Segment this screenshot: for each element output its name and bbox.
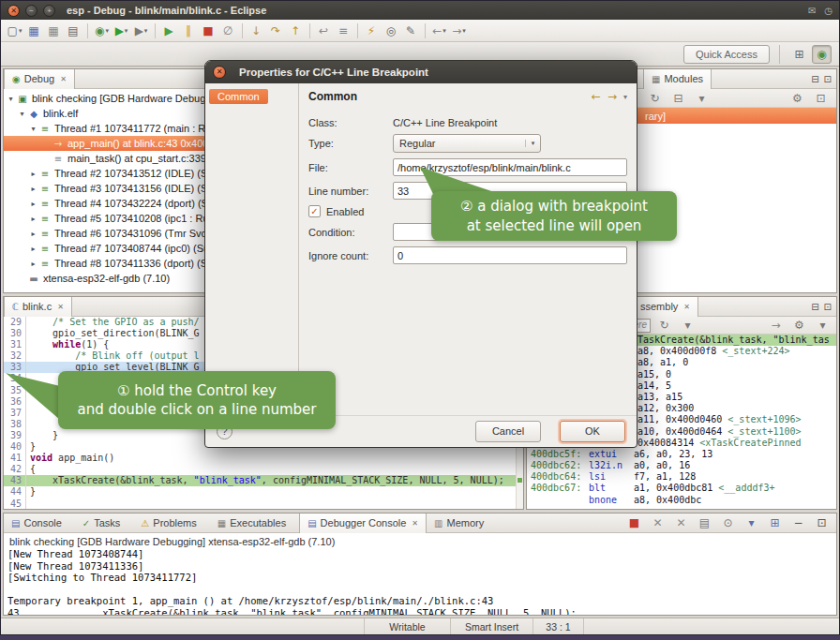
minimize-icon[interactable]: ⊟ [811,74,818,84]
twisty-icon[interactable]: ▾ [28,125,38,133]
disasm-settings-icon[interactable]: ⚙ [789,316,809,335]
code-text[interactable] [26,419,30,429]
instruction-stepping-button[interactable]: ≡ [334,22,353,40]
mail-indicator-icon[interactable]: ✉ [808,6,816,16]
step-over-button[interactable]: ↷ [266,22,286,40]
line-number[interactable]: 29 [4,317,26,328]
line-number[interactable]: 37 [4,408,26,419]
code-text[interactable]: } [26,430,58,440]
tab-disassembly[interactable]: ssembly✕ [632,297,698,317]
twisty-icon[interactable]: ▸ [28,170,38,178]
file-input[interactable] [393,158,627,176]
line-number[interactable]: 40 [4,441,26,453]
drop-to-frame-button[interactable]: ↩ [314,22,334,40]
ok-button[interactable]: OK [560,421,625,442]
close-icon[interactable]: ✕ [57,303,64,311]
window-minimize-button[interactable]: − [25,5,38,17]
window-close-button[interactable]: ✕ [8,5,20,17]
disassembly-row[interactable]: 400dbc62:l32i.na0, a0, 16 [527,460,836,471]
forward-icon[interactable]: → [608,90,617,103]
disassembly-row[interactable]: 400dbc5f:extuia6, a0, 23, 13 [527,449,836,460]
twisty-icon[interactable]: ▸ [28,245,38,253]
quick-access-button[interactable]: Quick Access [683,45,770,64]
line-number[interactable]: 34 [4,373,26,384]
minimize-icon[interactable]: − [788,513,808,532]
chevron-down-icon[interactable]: ▾ [623,93,627,101]
modules-refresh-icon[interactable]: ↻ [645,89,665,108]
edit-button[interactable]: ✎ [401,22,421,40]
resume-button[interactable]: ▶ [159,22,179,40]
twisty-icon[interactable]: ▸ [28,260,38,268]
enabled-checkbox[interactable]: ✓ [308,205,321,217]
display-console-button[interactable]: ▾ [742,513,761,532]
save-button[interactable]: ▦ [24,22,44,40]
line-number[interactable]: 42 [4,464,26,475]
scroll-lock-button[interactable]: ⊙ [718,513,738,532]
code-text[interactable] [26,396,30,407]
minimize-icon[interactable]: ⊟ [811,302,818,312]
open-console-button[interactable]: ⊞ [765,513,785,532]
code-text[interactable]: void app_main() [26,453,114,463]
twisty-icon[interactable]: ▸ [28,230,38,238]
line-number[interactable]: 41 [4,453,26,464]
line-number[interactable]: 33 [4,362,26,373]
line-number[interactable]: 30 [4,328,26,339]
remove-all-launches-button[interactable]: ✕ [671,513,691,532]
twisty-icon[interactable]: ▸ [28,185,38,193]
search-button[interactable]: ◎ [382,22,401,40]
modules-menu-icon[interactable]: ▾ [692,89,712,108]
forward-button[interactable]: →▾ [449,22,469,40]
code-text[interactable]: gpio_set_direction(BLINK_G [26,328,200,338]
new-button[interactable]: ▢▾ [5,22,24,40]
window-maximize-button[interactable]: + [43,5,55,17]
disassembly-row[interactable]: bnonea8, 0x400dbc [527,495,836,506]
modules-collapse-icon[interactable]: ⊟ [668,89,688,108]
code-text[interactable] [26,385,30,395]
close-icon[interactable]: ✕ [60,75,67,83]
tab-blink-c[interactable]: ℂblink.c✕ [4,297,72,317]
back-button[interactable]: ←▾ [429,22,449,40]
sidebar-item-common[interactable]: Common [209,89,268,104]
maximize-icon[interactable]: ⊡ [824,74,832,84]
code-text[interactable] [26,499,30,509]
terminate-button[interactable]: ■ [199,22,218,40]
step-into-button[interactable]: ↓ [247,22,266,40]
debug-button[interactable]: ◉▾ [92,22,112,40]
code-text[interactable] [26,408,30,418]
clear-console-button[interactable]: ▤ [695,513,714,532]
terminate-console-button[interactable]: ■ [624,513,644,532]
disconnect-button[interactable]: ∅ [218,22,238,40]
line-number[interactable]: 44 [4,486,26,498]
disasm-menu-icon[interactable]: ▾ [678,316,698,335]
flash-button[interactable]: ⚡ [362,22,382,40]
line-number[interactable]: 31 [4,339,26,350]
line-number[interactable]: 35 [4,385,26,396]
dialog-titlebar[interactable]: ✕ Properties for C/C++ Line Breakpoint [205,61,637,83]
dialog-close-button[interactable]: ✕ [213,66,226,79]
twisty-icon[interactable]: ▾ [6,95,16,103]
tab-debugger-console[interactable]: ▤Debugger Console✕ [299,513,427,533]
close-icon[interactable]: ✕ [683,303,690,311]
line-number[interactable]: 43 [4,475,26,486]
twisty-icon[interactable]: ▸ [28,200,38,208]
maximize-icon[interactable]: ⊡ [824,302,832,312]
twisty-icon[interactable]: ▾ [17,110,27,118]
code-text[interactable]: /* Set the GPIO as a push/ [26,317,200,327]
disasm-refresh-icon[interactable]: ↻ [654,316,674,335]
code-text[interactable]: } [26,441,36,452]
ignore-count-input[interactable] [393,246,627,264]
clock-indicator-icon[interactable]: ◷ [824,6,832,16]
maximize-icon[interactable]: ⊡ [812,513,832,532]
line-number[interactable]: 36 [4,396,26,408]
line-number[interactable]: 45 [4,499,26,510]
tab-problems[interactable]: ⚠Problems [133,513,209,533]
open-perspective-button[interactable]: ⊞ [789,45,809,64]
modules-settings-icon[interactable]: ⚙ [788,89,807,108]
debug-perspective-button[interactable]: ◉ [812,45,832,64]
remove-launch-button[interactable]: ✕ [648,513,668,532]
save-all-button[interactable]: ▦ [44,22,64,40]
suspend-button[interactable]: ‖ [179,22,199,40]
code-text[interactable]: } [26,486,36,497]
disasm-view-menu-icon[interactable]: ▾ [813,316,832,335]
tab-executables[interactable]: ▦Executables [210,513,299,533]
